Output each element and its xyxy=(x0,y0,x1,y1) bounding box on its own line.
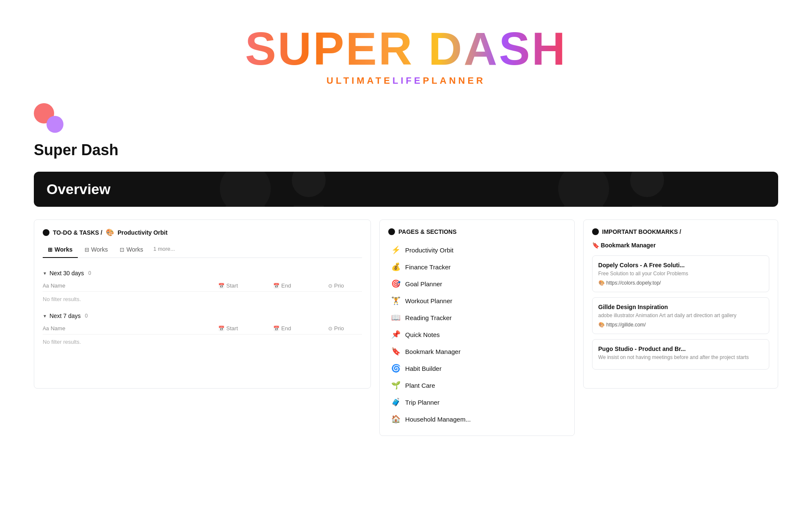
th-prio-label-30: Prio xyxy=(334,282,344,289)
tab-icon-3: ⊡ xyxy=(120,247,124,253)
section-7-days[interactable]: ▼ Next 7 days 0 xyxy=(43,309,362,323)
bookmark-title-dopely: Dopely Colors - A Free Soluti... xyxy=(598,262,763,269)
th-prio-30: ⊙ Prio xyxy=(328,282,362,289)
bookmark-desc-gillde: adobe illustrator Animation Art art dail… xyxy=(598,312,763,319)
bookmark-card-pugo[interactable]: Pugo Studio - Product and Br... We insis… xyxy=(592,339,769,370)
list-item-finance[interactable]: 💰 Finance Tracker xyxy=(388,259,565,275)
pages-column: PAGES & SECTIONS ⚡ Productivity Orbit 💰 … xyxy=(379,219,574,436)
page-emoji-bookmark: 🔖 xyxy=(391,347,401,356)
tab-works-3[interactable]: ⊡ Works xyxy=(115,244,148,258)
list-item-workout[interactable]: 🏋️ Workout Planner xyxy=(388,293,565,309)
todo-column: TO-DO & TASKS / 🎨 Productivity Orbit ⊞ W… xyxy=(34,219,371,389)
pages-column-header: PAGES & SECTIONS xyxy=(388,228,565,235)
page-label-trip: Trip Planner xyxy=(405,399,439,406)
section-30-label: Next 30 days xyxy=(49,270,84,277)
th-end-label-7: End xyxy=(281,325,291,332)
tab-works-2[interactable]: ⊟ Works xyxy=(80,244,113,258)
th-start-label-7: Start xyxy=(226,325,238,332)
todo-project-name: Productivity Orbit xyxy=(118,229,167,236)
bookmark-title-gillde: Gillde Design Inspiration xyxy=(598,304,763,310)
overview-banner-title: Overview xyxy=(47,181,110,197)
page-title: Super Dash xyxy=(34,141,778,159)
page-emoji-habit: 🌀 xyxy=(391,364,401,373)
list-item-plant[interactable]: 🌱 Plant Care xyxy=(388,377,565,393)
bookmarks-subheader-text: 🔖 Bookmark Manager xyxy=(592,242,656,249)
bookmark-url-icon-dopely: 🎨 xyxy=(598,280,605,286)
page-emoji-workout: 🏋️ xyxy=(391,296,401,305)
pages-list: ⚡ Productivity Orbit 💰 Finance Tracker 🎯… xyxy=(388,242,565,427)
page-label-reading: Reading Tracker xyxy=(405,314,452,321)
th-start-label-30: Start xyxy=(226,282,238,289)
tab-works-1[interactable]: ⊞ Works xyxy=(43,244,78,258)
th-end-icon-30: 📅 xyxy=(273,283,280,289)
overview-banner: Overview xyxy=(34,172,778,207)
list-item-bookmark[interactable]: 🔖 Bookmark Manager xyxy=(388,343,565,359)
th-name-icon-30: Aa xyxy=(43,283,49,289)
page-label-workout: Workout Planner xyxy=(405,297,452,304)
th-prio-7: ⊙ Prio xyxy=(328,325,362,332)
todo-header-text: TO-DO & TASKS / xyxy=(53,229,102,236)
todo-dot xyxy=(43,229,49,236)
page-label-plant: Plant Care xyxy=(405,382,435,389)
tab-icon-1: ⊞ xyxy=(48,247,52,253)
table-header-7: Aa Name 📅 Start 📅 End ⊙ Prio xyxy=(43,323,362,334)
tab-label-3: Works xyxy=(126,246,143,253)
todo-tabs: ⊞ Works ⊟ Works ⊡ Works 1 more... xyxy=(43,243,362,258)
logo-circles xyxy=(34,103,63,133)
page-label-notes: Quick Notes xyxy=(405,331,440,338)
page-emoji-finance: 💰 xyxy=(391,262,401,271)
page-emoji-trip: 🧳 xyxy=(391,397,401,407)
page-label-bookmark: Bookmark Manager xyxy=(405,348,461,355)
th-prio-icon-30: ⊙ xyxy=(328,283,332,289)
bookmark-url-text-dopely: https://colors.dopely.top/ xyxy=(606,280,661,286)
bookmark-url-icon-gillde: 🎨 xyxy=(598,322,605,328)
tab-more[interactable]: 1 more... xyxy=(150,243,178,258)
todo-header-emoji: 🎨 xyxy=(106,228,114,236)
th-name-label-30: Name xyxy=(51,282,66,289)
bookmark-url-dopely: 🎨 https://colors.dopely.top/ xyxy=(598,280,763,286)
section-30-days[interactable]: ▼ Next 30 days 0 xyxy=(43,266,362,280)
page-emoji-household: 🏠 xyxy=(391,414,401,424)
list-item-productivity[interactable]: ⚡ Productivity Orbit xyxy=(388,242,565,258)
bookmark-card-gillde[interactable]: Gillde Design Inspiration adobe illustra… xyxy=(592,297,769,334)
subtitle-ultimate: ULTIMATE xyxy=(326,75,392,86)
tab-icon-2: ⊟ xyxy=(85,247,89,253)
th-end-30: 📅 End xyxy=(273,282,328,289)
bookmarks-header-text: IMPORTANT BOOKMARKS / xyxy=(602,228,681,235)
list-item-goal[interactable]: 🎯 Goal Planner xyxy=(388,276,565,292)
bookmarks-column: IMPORTANT BOOKMARKS / 🔖 Bookmark Manager… xyxy=(583,219,778,389)
page-emoji-notes: 📌 xyxy=(391,330,401,339)
tab-label-2: Works xyxy=(91,246,108,253)
th-prio-icon-7: ⊙ xyxy=(328,326,332,332)
th-end-7: 📅 End xyxy=(273,325,328,332)
list-item-household[interactable]: 🏠 Household Managem... xyxy=(388,411,565,427)
pages-header-text: PAGES & SECTIONS xyxy=(398,228,456,235)
list-item-trip[interactable]: 🧳 Trip Planner xyxy=(388,394,565,410)
list-item-reading[interactable]: 📖 Reading Tracker xyxy=(388,310,565,326)
no-results-7: No filter results. xyxy=(43,334,362,352)
bookmark-desc-pugo: We insist on not having meetings before … xyxy=(598,354,763,361)
page-label-habit: Habit Builder xyxy=(405,365,442,372)
bookmarks-dot xyxy=(592,228,599,235)
th-name-30: Aa Name xyxy=(43,282,218,289)
page-emoji-goal: 🎯 xyxy=(391,279,401,288)
hero-subtitle: ULTIMATELIFEPLANNER xyxy=(0,75,812,86)
subtitle-planner: PLANNER xyxy=(423,75,486,86)
th-end-label-30: End xyxy=(281,282,291,289)
tab-label-1: Works xyxy=(55,246,73,253)
th-start-7: 📅 Start xyxy=(218,325,273,332)
hero-section: SUPER DASH ULTIMATELIFEPLANNER xyxy=(0,0,812,99)
pages-dot xyxy=(388,228,395,235)
list-item-habit[interactable]: 🌀 Habit Builder xyxy=(388,360,565,376)
th-prio-label-7: Prio xyxy=(334,325,344,332)
subtitle-life: LIFE xyxy=(392,75,423,86)
bookmark-card-dopely[interactable]: Dopely Colors - A Free Soluti... Free So… xyxy=(592,255,769,292)
th-start-icon-30: 📅 xyxy=(218,283,225,289)
page-label-household: Household Managem... xyxy=(405,416,471,423)
page-label-finance: Finance Tracker xyxy=(405,263,451,271)
th-end-icon-7: 📅 xyxy=(273,326,280,332)
th-name-7: Aa Name xyxy=(43,325,218,332)
bookmarks-column-header: IMPORTANT BOOKMARKS / xyxy=(592,228,769,235)
page-label-goal: Goal Planner xyxy=(405,280,442,288)
list-item-notes[interactable]: 📌 Quick Notes xyxy=(388,326,565,343)
